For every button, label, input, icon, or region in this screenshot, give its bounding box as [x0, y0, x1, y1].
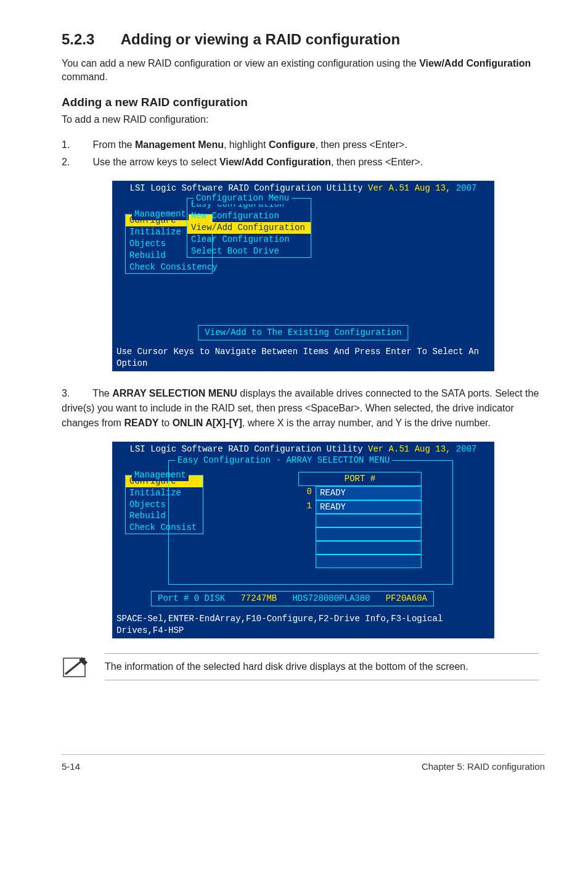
conf-item-clear: Clear Configuration: [187, 234, 311, 245]
array-selection-menu-label: Easy Configuration - ARRAY SELECTION MEN…: [175, 455, 392, 466]
intro-command-name: View/Add Configuration: [419, 58, 531, 68]
port-row: [298, 514, 422, 527]
conf-item-new: New Configuration: [187, 210, 311, 222]
drive-info-bar: Port # 0 DISK 77247MB HDS728080PLA380 PF…: [151, 591, 434, 606]
conf-item-view-add: View/Add Configuration: [187, 222, 311, 234]
page-number: 5-14: [62, 761, 80, 772]
port-status: [316, 555, 422, 568]
drive-size: 77247MB: [240, 593, 277, 603]
port-row: [298, 555, 422, 568]
conf-item-boot: Select Boot Drive: [187, 245, 311, 257]
port-row: [298, 541, 422, 555]
document-page: 5.2.3 Adding or viewing a RAID configura…: [0, 0, 588, 796]
port-status: READY: [316, 486, 422, 500]
terminal-screenshot-2: LSI Logic Software RAID Configuration Ut…: [112, 442, 494, 638]
steps-list-b: 3. The ARRAY SELECTION MENU displays the…: [62, 386, 545, 431]
section-number: 5.2.3: [62, 31, 117, 48]
subsection-intro: To add a new RAID configuration:: [62, 113, 545, 126]
note-text: The information of the selected hard dis…: [105, 660, 539, 674]
array-selection-menu-box: Easy Configuration - ARRAY SELECTION MEN…: [168, 460, 453, 585]
section-heading: 5.2.3 Adding or viewing a RAID configura…: [62, 31, 545, 48]
subsection-heading: Adding a new RAID configuration: [62, 96, 545, 109]
port-row: 1 READY: [298, 500, 422, 514]
terminal-screenshot-1: LSI Logic Software RAID Configuration Ut…: [112, 181, 494, 371]
note-block: The information of the selected hard dis…: [62, 653, 545, 680]
step-item: 3. The ARRAY SELECTION MENU displays the…: [62, 386, 545, 431]
section-title-text: Adding or viewing a RAID configuration: [121, 31, 400, 47]
note-icon: [62, 653, 89, 680]
port-row: [298, 527, 422, 541]
port-table-header: PORT #: [298, 472, 422, 486]
management-menu-label: Management: [132, 208, 189, 220]
step-item: 1. From the Management Menu, highlight C…: [62, 138, 545, 152]
terminal-footer-hint: Use Cursor Keys to Navigate Between Item…: [113, 344, 494, 371]
terminal-footer-hint: SPACE-Sel,ENTER-EndArray,F10-Configure,F…: [113, 611, 494, 638]
steps-list-a: 1. From the Management Menu, highlight C…: [62, 138, 545, 170]
terminal-message: View/Add to The Existing Configuration: [198, 325, 408, 340]
port-status: [316, 527, 422, 541]
port-status: [316, 514, 422, 527]
drive-firmware: PF20A60A: [386, 593, 427, 603]
port-table: PORT # 0 READY 1 READY: [298, 472, 422, 569]
port-status: [316, 541, 422, 555]
drive-model: HDS728080PLA380: [292, 593, 370, 603]
port-row: 0 READY: [298, 486, 422, 500]
step-item: 2. Use the arrow keys to select View/Add…: [62, 155, 545, 170]
chapter-label: Chapter 5: RAID configuration: [422, 761, 545, 772]
mgmt-item-check-consistency: Check Consistency: [126, 262, 212, 273]
intro-paragraph: You can add a new RAID configuration or …: [62, 57, 545, 85]
configuration-menu-label: Configuration Menu: [194, 192, 292, 204]
page-footer: 5-14 Chapter 5: RAID configuration: [62, 754, 545, 772]
drive-port: Port # 0 DISK: [158, 593, 225, 603]
terminal-header: LSI Logic Software RAID Configuration Ut…: [113, 181, 494, 196]
port-status: READY: [316, 500, 422, 514]
configuration-menu-box: Configuration Menu Easy Configuration Ne…: [187, 198, 311, 257]
